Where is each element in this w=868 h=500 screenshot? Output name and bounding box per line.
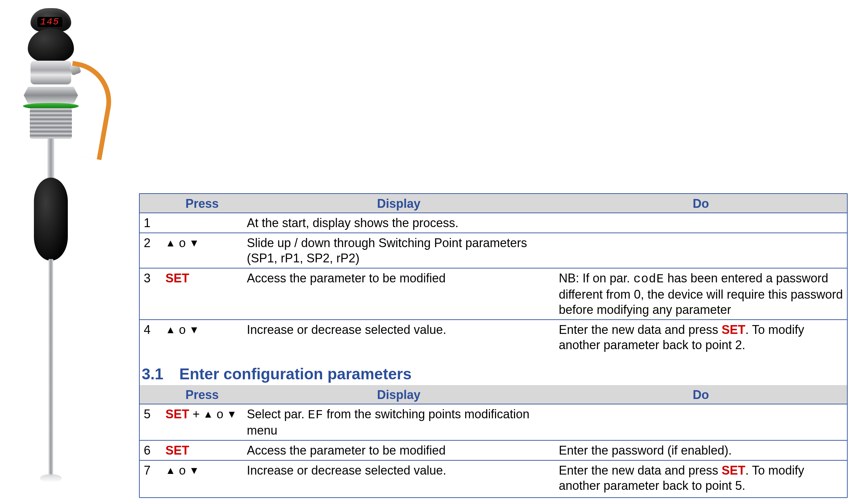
- table-row: 6SETAccess the parameter to be modifiedE…: [140, 440, 847, 461]
- thread: [30, 108, 72, 139]
- cell-do: Enter the new data and press SET. To mod…: [555, 461, 847, 495]
- table-row: 5SET + ▲ o ▼Select par. EF from the swit…: [140, 404, 847, 440]
- cell-do: [555, 213, 847, 233]
- table-row: 4▲ o ▼Increase or decrease selected valu…: [140, 320, 847, 355]
- cell-press: SET: [161, 268, 243, 320]
- cell-display: Access the parameter to be modified: [243, 440, 555, 461]
- cell-press: SET: [161, 440, 243, 461]
- row-number: 7: [140, 461, 161, 495]
- hex-nut: [24, 87, 78, 104]
- cell-display: Select par. EF from the switching points…: [243, 404, 555, 440]
- led-display: 145: [37, 17, 63, 27]
- cell-do: [555, 233, 847, 268]
- cell-press: [161, 213, 243, 233]
- header-do: Do: [555, 194, 847, 213]
- instruction-frame: Press Display Do 1At the start, display …: [139, 193, 848, 498]
- cell-do: Enter the new data and press SET. To mod…: [555, 320, 847, 355]
- header-do: Do: [555, 385, 847, 404]
- sensor-body: [28, 29, 74, 62]
- connector-block: [31, 61, 71, 84]
- cell-display: Increase or decrease selected value.: [243, 461, 555, 495]
- table-header-row: Press Display Do: [140, 194, 847, 213]
- section-title: Enter configuration parameters: [179, 365, 412, 383]
- table2-body: 5SET + ▲ o ▼Select par. EF from the swit…: [140, 404, 847, 495]
- section-heading: 3.1 Enter configuration parameters: [140, 355, 847, 385]
- table-row: 2▲ o ▼Slide up / down through Switching …: [140, 233, 847, 268]
- cell-press: ▲ o ▼: [161, 233, 243, 268]
- row-number: 3: [140, 268, 161, 320]
- table1-body: 1At the start, display shows the process…: [140, 213, 847, 355]
- header-press: Press: [161, 194, 243, 213]
- device-illustration: 145: [13, 8, 81, 493]
- cell-display: Access the parameter to be modified: [243, 268, 555, 320]
- cell-display: At the start, display shows the process.: [243, 213, 555, 233]
- row-number: 4: [140, 320, 161, 355]
- row-number: 1: [140, 213, 161, 233]
- cell-do: Enter the password (if enabled).: [555, 440, 847, 461]
- table-header-row: Press Display Do: [140, 385, 847, 404]
- header-press: Press: [161, 385, 243, 404]
- cell-do: [555, 404, 847, 440]
- cell-do: NB: If on par. codE has been entered a p…: [555, 268, 847, 320]
- table-row: 3SETAccess the parameter to be modifiedN…: [140, 268, 847, 320]
- header-display: Display: [243, 385, 555, 404]
- table-switching-points: Press Display Do 1At the start, display …: [140, 194, 847, 355]
- cell-display: Increase or decrease selected value.: [243, 320, 555, 355]
- header-blank: [140, 194, 161, 213]
- cell-press: ▲ o ▼: [161, 461, 243, 495]
- section-number: 3.1: [142, 365, 164, 383]
- header-display: Display: [243, 194, 555, 213]
- float: [34, 178, 68, 261]
- probe-foot: [40, 474, 62, 482]
- cell-display: Slide up / down through Switching Point …: [243, 233, 555, 268]
- row-number: 5: [140, 404, 161, 440]
- table-row: 1At the start, display shows the process…: [140, 213, 847, 233]
- table-config-parameters: Press Display Do 5SET + ▲ o ▼Select par.…: [140, 385, 847, 495]
- header-blank: [140, 385, 161, 404]
- row-number: 6: [140, 440, 161, 461]
- cell-press: SET + ▲ o ▼: [161, 404, 243, 440]
- table-row: 7▲ o ▼Increase or decrease selected valu…: [140, 461, 847, 495]
- stem-lower: [48, 259, 53, 476]
- row-number: 2: [140, 233, 161, 268]
- cell-press: ▲ o ▼: [161, 320, 243, 355]
